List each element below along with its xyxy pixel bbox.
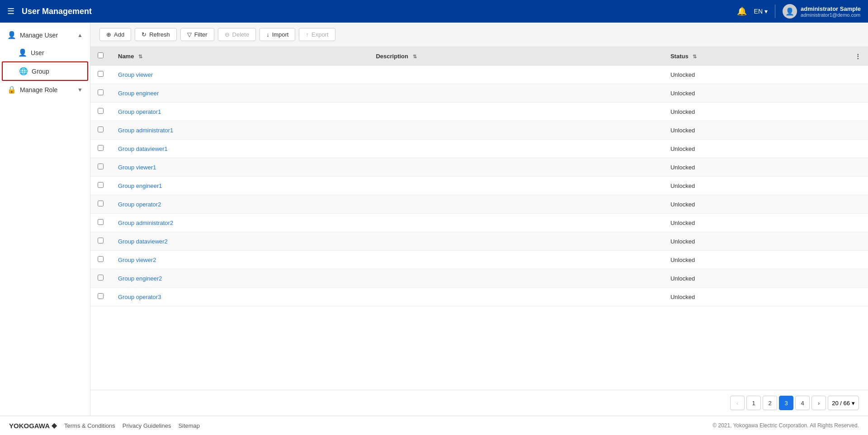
pagination-page-2[interactable]: 2 bbox=[763, 396, 777, 410]
notification-bell-icon[interactable]: 🔔 bbox=[737, 6, 747, 16]
row-name-link[interactable]: Group operator1 bbox=[118, 108, 161, 115]
header-description[interactable]: Description ⇅ bbox=[368, 47, 663, 65]
row-name-link[interactable]: Group dataviewer2 bbox=[118, 238, 168, 245]
sidebar-manage-user-label: Manage User bbox=[20, 32, 74, 39]
row-name-cell: Group administrator2 bbox=[111, 214, 368, 232]
row-checkbox[interactable] bbox=[98, 89, 104, 95]
row-checkbox[interactable] bbox=[98, 71, 104, 77]
row-checkbox[interactable] bbox=[98, 201, 104, 206]
pagination-page-1[interactable]: 1 bbox=[746, 396, 761, 410]
pagination-count-chevron-icon: ▾ bbox=[852, 400, 855, 407]
header-actions[interactable]: ⋮ bbox=[848, 47, 868, 65]
row-checkbox-cell bbox=[90, 214, 111, 232]
delete-button[interactable]: ⊖ Delete bbox=[218, 28, 256, 41]
add-button[interactable]: ⊕ Add bbox=[99, 28, 131, 41]
row-name-link[interactable]: Group administrator1 bbox=[118, 127, 173, 134]
row-status-cell: Unlocked bbox=[663, 65, 848, 84]
row-checkbox[interactable] bbox=[98, 238, 104, 243]
status-sort-icon[interactable]: ⇅ bbox=[693, 54, 697, 59]
row-description-cell bbox=[368, 103, 663, 121]
export-button[interactable]: ↑ Export bbox=[299, 28, 335, 41]
pagination-next-button[interactable]: › bbox=[811, 396, 826, 410]
language-selector[interactable]: EN ▾ bbox=[754, 8, 768, 15]
sidebar-item-manage-role[interactable]: 🔒 Manage Role ▼ bbox=[0, 81, 90, 98]
language-label: EN bbox=[754, 8, 763, 15]
row-checkbox[interactable] bbox=[98, 145, 104, 151]
row-name-link[interactable]: Group viewer1 bbox=[118, 164, 156, 171]
pagination-prev-button[interactable]: ‹ bbox=[730, 396, 745, 410]
row-name-link[interactable]: Group viewer bbox=[118, 71, 153, 78]
sidebar-item-manage-user[interactable]: 👤 Manage User ▲ bbox=[0, 26, 90, 44]
group-icon: 🌐 bbox=[19, 67, 28, 75]
delete-label: Delete bbox=[232, 31, 250, 38]
row-description-cell bbox=[368, 214, 663, 232]
row-name-link[interactable]: Group administrator2 bbox=[118, 220, 173, 226]
add-label: Add bbox=[114, 31, 124, 38]
table-row: Group operator2 Unlocked bbox=[90, 195, 868, 214]
row-status-cell: Unlocked bbox=[663, 103, 848, 121]
manage-role-icon: 🔒 bbox=[7, 85, 16, 94]
select-all-checkbox[interactable] bbox=[98, 52, 104, 58]
table-row: Group operator3 Unlocked bbox=[90, 288, 868, 306]
export-label: Export bbox=[311, 31, 329, 38]
header-checkbox-cell bbox=[90, 47, 111, 65]
row-name-link[interactable]: Group operator3 bbox=[118, 294, 161, 300]
sidebar-item-user[interactable]: 👤 User bbox=[0, 44, 90, 61]
header-right: 🔔 EN ▾ 👤 administrator Sample administra… bbox=[737, 4, 861, 19]
row-name-link[interactable]: Group operator2 bbox=[118, 201, 161, 208]
groups-table: Name ⇅ Description ⇅ Status ⇅ ⋮ bbox=[90, 47, 868, 306]
row-status-cell: Unlocked bbox=[663, 251, 848, 269]
row-status-cell: Unlocked bbox=[663, 269, 848, 288]
refresh-button[interactable]: ↻ Refresh bbox=[135, 28, 177, 41]
row-name-link[interactable]: Group engineer2 bbox=[118, 275, 162, 282]
row-name-link[interactable]: Group viewer2 bbox=[118, 257, 156, 263]
header-name[interactable]: Name ⇅ bbox=[111, 47, 368, 65]
import-label: Import bbox=[272, 31, 289, 38]
table-header-row: Name ⇅ Description ⇅ Status ⇅ ⋮ bbox=[90, 47, 868, 65]
row-name-link[interactable]: Group engineer1 bbox=[118, 182, 162, 189]
row-checkbox[interactable] bbox=[98, 256, 104, 262]
import-button[interactable]: ↓ Import bbox=[259, 28, 295, 41]
manage-user-icon: 👤 bbox=[7, 31, 16, 39]
pagination-count[interactable]: 20 / 66 ▾ bbox=[828, 396, 859, 410]
pagination-page-3[interactable]: 3 bbox=[779, 396, 793, 410]
row-checkbox[interactable] bbox=[98, 293, 104, 299]
header-status[interactable]: Status ⇅ bbox=[663, 47, 848, 65]
name-sort-icon[interactable]: ⇅ bbox=[138, 54, 142, 59]
row-name-link[interactable]: Group engineer bbox=[118, 90, 159, 97]
user-menu[interactable]: 👤 administrator Sample administrator1@de… bbox=[783, 4, 861, 19]
row-name-link[interactable]: Group dataviewer1 bbox=[118, 145, 168, 152]
user-email: administrator1@demo.com bbox=[801, 12, 861, 18]
row-checkbox-cell bbox=[90, 140, 111, 158]
main-content: ⊕ Add ↻ Refresh ▽ Filter ⊖ Delete ↓ Impo… bbox=[90, 23, 868, 416]
row-checkbox[interactable] bbox=[98, 275, 104, 281]
row-checkbox[interactable] bbox=[98, 182, 104, 188]
table-row: Group viewer2 Unlocked bbox=[90, 251, 868, 269]
row-description-cell bbox=[368, 195, 663, 214]
table-row: Group engineer1 Unlocked bbox=[90, 177, 868, 195]
footer-sitemap-link[interactable]: Sitemap bbox=[178, 422, 200, 429]
table-area: Name ⇅ Description ⇅ Status ⇅ ⋮ bbox=[90, 47, 868, 390]
row-status-cell: Unlocked bbox=[663, 140, 848, 158]
pagination-page-4[interactable]: 4 bbox=[795, 396, 810, 410]
footer-privacy-link[interactable]: Privacy Guidelines bbox=[123, 422, 171, 429]
menu-icon[interactable]: ☰ bbox=[7, 6, 14, 16]
row-actions-cell bbox=[848, 177, 868, 195]
delete-icon: ⊖ bbox=[225, 31, 230, 38]
header-divider bbox=[775, 5, 775, 18]
header-name-label: Name bbox=[118, 53, 134, 60]
row-checkbox[interactable] bbox=[98, 164, 104, 169]
footer-terms-link[interactable]: Terms & Conditions bbox=[64, 422, 115, 429]
row-checkbox[interactable] bbox=[98, 108, 104, 114]
row-status-cell: Unlocked bbox=[663, 214, 848, 232]
footer-logo: YOKOGAWA ◆ bbox=[9, 421, 57, 430]
row-checkbox[interactable] bbox=[98, 219, 104, 225]
filter-button[interactable]: ▽ Filter bbox=[180, 28, 214, 41]
row-checkbox[interactable] bbox=[98, 126, 104, 132]
row-name-cell: Group viewer2 bbox=[111, 251, 368, 269]
options-menu-icon[interactable]: ⋮ bbox=[855, 53, 861, 60]
description-sort-icon[interactable]: ⇅ bbox=[413, 54, 417, 59]
sidebar-item-group[interactable]: 🌐 Group bbox=[2, 61, 88, 81]
row-name-cell: Group operator2 bbox=[111, 195, 368, 214]
row-checkbox-cell bbox=[90, 288, 111, 306]
